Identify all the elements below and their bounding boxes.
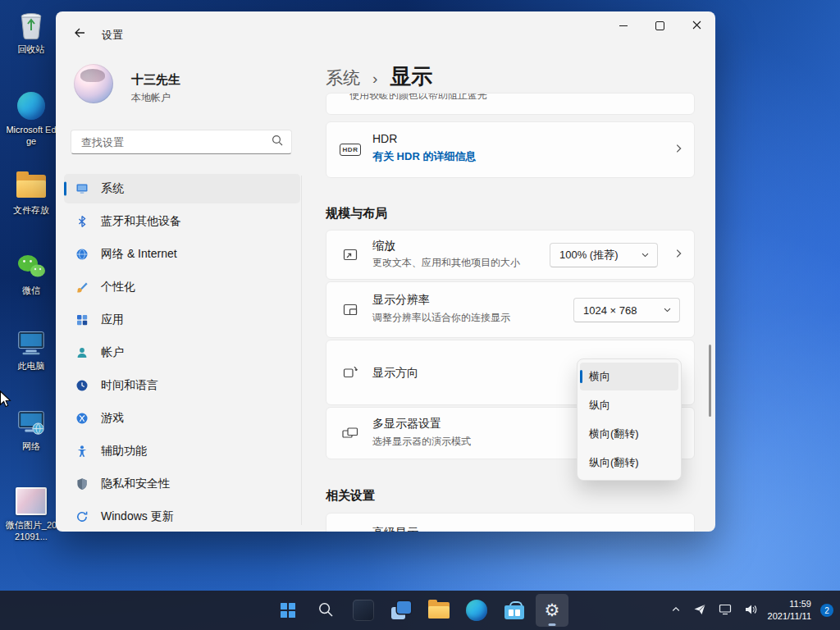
edge-button[interactable] [460,594,493,627]
settings-window: 设置 十三先生 本地帐户 系统 蓝牙和其他设备 [56,11,715,532]
hdr-title: HDR [372,132,397,145]
pinned-app-button[interactable] [347,594,380,627]
chevron-down-icon [663,304,672,317]
close-button[interactable] [678,11,715,40]
resolution-dropdown[interactable]: 840 × 630 [573,298,680,322]
breadcrumb-parent[interactable]: 系统 [326,66,360,89]
user-avatar[interactable] [74,64,113,103]
orientation-option-portrait[interactable]: 纵向 [580,391,678,419]
start-button[interactable] [272,594,304,627]
section-related-settings: 相关设置 [326,488,375,504]
taskbar-clock[interactable]: 11:59 2021/11/11 [768,598,811,623]
system-tray: 11:59 2021/11/11 2 [669,591,833,630]
file-explorer-button[interactable] [422,594,455,627]
resolution-description: 调整分辨率以适合你的连接显示 [372,311,510,325]
desktop-icon-recycle-bin[interactable]: 回收站 [4,10,58,55]
folder-icon [16,171,47,202]
taskbar: ⚙ 11:59 2021/11/11 2 [0,591,840,630]
scale-dropdown[interactable]: 100% (推荐) [550,243,658,267]
page-title: 显示 [390,62,432,91]
update-icon [75,510,89,524]
orientation-option-portrait-flipped[interactable]: 纵向(翻转) [580,449,678,477]
person-icon [75,346,89,360]
notification-badge[interactable]: 2 [820,604,833,617]
hdr-info-link[interactable]: 有关 HDR 的详细信息 [372,149,476,164]
task-view-icon [391,601,411,619]
sidebar-item-bluetooth-devices[interactable]: 蓝牙和其他设备 [64,207,300,236]
sidebar-item-label: 网络 & Internet [101,247,177,262]
network-tray-button[interactable] [717,602,733,619]
sidebar-item-accounts[interactable]: 帐户 [64,338,300,368]
close-icon [692,20,701,32]
resolution-dropdown-value: 840 × 630 [583,304,637,317]
chevron-right-icon [673,143,684,158]
window-controls [605,11,715,40]
pinned-app-icon [353,600,374,621]
advanced-display-card-partial[interactable]: 高级显示 [326,513,695,532]
network-icon [719,604,732,618]
desktop-icon-wechat[interactable]: 微信 [4,251,58,296]
task-view-button[interactable] [385,594,418,627]
volume-tray-button[interactable] [742,602,759,619]
orientation-dropdown-menu: 横向 纵向 横向(翻转) 纵向(翻转) [577,358,682,481]
resolution-card[interactable]: 显示分辨率 调整分辨率以适合你的连接显示 840 × 630 [326,281,695,338]
sidebar-item-network-internet[interactable]: 网络 & Internet [64,240,300,269]
tray-expand-button[interactable] [669,603,682,619]
desktop-icon-wechat-image[interactable]: 微信图片_2021091... [4,486,58,543]
windows-logo-icon [281,603,295,618]
orientation-icon [341,363,359,381]
desktop-icon-label: 网络 [22,441,40,452]
night-light-card-partial[interactable]: 使用较暖的颜色以帮助阻止蓝光 [326,93,695,115]
breadcrumb-separator-icon: › [372,70,377,88]
desktop-icon-files-folder[interactable]: 文件存放 [4,171,58,216]
accessibility-icon [75,445,89,459]
settings-search-input[interactable] [80,135,263,149]
this-pc-icon [16,326,47,358]
multi-display-title: 多显示器设置 [372,417,441,431]
maximize-icon [655,21,664,30]
hdr-card[interactable]: HDR HDR 有关 HDR 的详细信息 [326,121,695,178]
tray-app-button[interactable] [692,601,708,620]
scrollbar-thumb[interactable] [709,345,711,417]
sidebar-item-system[interactable]: 系统 [64,174,300,203]
desktop-screen: 回收站 Microsoft Edge 文件存放 微信 此电脑 网络 微信图片_2… [0,0,840,630]
menu-item-label: 横向 [589,369,610,384]
sidebar-item-time-language[interactable]: 时间和语言 [64,371,300,400]
sidebar-item-label: 帐户 [101,345,124,360]
sidebar-item-apps[interactable]: 应用 [64,305,300,335]
store-button[interactable] [498,594,531,627]
menu-item-label: 纵向(翻转) [589,455,639,470]
sidebar-item-personalization[interactable]: 个性化 [64,272,300,302]
settings-search[interactable] [71,130,292,154]
desktop-icon-edge[interactable]: Microsoft Edge [4,90,58,148]
desktop-icon-network[interactable]: 网络 [4,407,58,452]
settings-sidebar: 系统 蓝牙和其他设备 网络 & Internet 个性化 应用 帐户 [64,174,300,532]
sidebar-item-accessibility[interactable]: 辅助功能 [64,436,300,466]
clock-date: 2021/11/11 [768,610,811,623]
breadcrumb: 系统 › 显示 [326,62,432,91]
resolution-icon [341,301,359,319]
sidebar-item-windows-update[interactable]: Windows 更新 [64,502,300,532]
back-button[interactable] [67,22,92,45]
sidebar-item-label: 个性化 [101,280,135,294]
sidebar-item-privacy-security[interactable]: 隐私和安全性 [64,469,300,499]
desktop-icon-this-pc[interactable]: 此电脑 [4,326,58,372]
sidebar-item-gaming[interactable]: 游戏 [64,404,300,433]
globe-icon [75,248,89,262]
scale-card[interactable]: 缩放 更改文本、应用和其他项目的大小 100% (推荐) [326,230,695,280]
desktop-icon-label: 此电脑 [18,360,45,372]
chevron-right-icon [673,248,684,262]
network-icon [16,407,47,438]
orientation-option-landscape[interactable]: 横向 [580,363,678,390]
scale-title: 缩放 [372,239,395,253]
taskbar-search-button[interactable] [309,594,342,627]
store-icon [504,601,524,619]
back-arrow-icon [73,26,86,42]
orientation-option-landscape-flipped[interactable]: 横向(翻转) [580,420,678,448]
maximize-button[interactable] [641,11,678,40]
chevron-down-icon [641,249,650,262]
search-icon [272,135,283,149]
minimize-button[interactable] [605,11,641,40]
section-scale-layout: 规模与布局 [326,206,387,221]
settings-taskbar-button[interactable]: ⚙ [536,594,568,627]
